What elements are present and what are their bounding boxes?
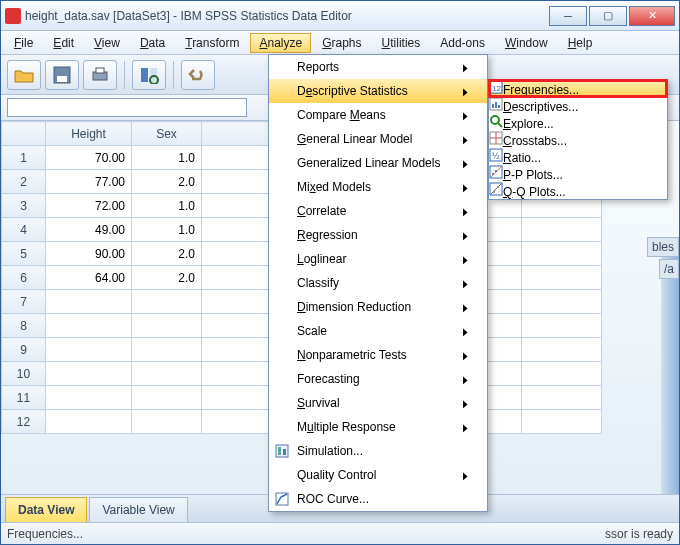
- cell[interactable]: [46, 410, 132, 434]
- analyze-item-generalized-linear-models[interactable]: Generalized Linear Models▶: [269, 151, 487, 175]
- menu-view[interactable]: View: [85, 33, 129, 53]
- cell[interactable]: 2.0: [132, 266, 202, 290]
- submenu-arrow-icon: ▶: [463, 110, 468, 121]
- tab-variable-view[interactable]: Variable View: [89, 497, 187, 522]
- close-button[interactable]: ✕: [629, 6, 675, 26]
- desc-item-frequencies[interactable]: 123Frequencies...: [489, 80, 667, 97]
- analyze-item-scale[interactable]: Scale▶: [269, 319, 487, 343]
- menu-analyze[interactable]: Analyze: [250, 33, 311, 53]
- status-left: Frequencies...: [7, 527, 83, 541]
- row-header[interactable]: 5: [2, 242, 46, 266]
- qq-icon: [489, 185, 503, 199]
- analyze-item-simulation[interactable]: Simulation...: [269, 439, 487, 463]
- desc-item-descriptives[interactable]: Descriptives...: [489, 97, 667, 114]
- analyze-item-general-linear-model[interactable]: General Linear Model▶: [269, 127, 487, 151]
- titlebar[interactable]: height_data.sav [DataSet3] - IBM SPSS St…: [1, 1, 679, 31]
- analyze-item-classify[interactable]: Classify▶: [269, 271, 487, 295]
- cell[interactable]: 1.0: [132, 194, 202, 218]
- row-header[interactable]: 6: [2, 266, 46, 290]
- cell[interactable]: 77.00: [46, 170, 132, 194]
- desc-item-q-q-plots[interactable]: Q-Q Plots...: [489, 182, 667, 199]
- undo-button[interactable]: [181, 60, 215, 90]
- analyze-item-mixed-models[interactable]: Mixed Models▶: [269, 175, 487, 199]
- cell[interactable]: [132, 290, 202, 314]
- svg-rect-1: [57, 76, 67, 82]
- cell[interactable]: [132, 362, 202, 386]
- cell[interactable]: 49.00: [46, 218, 132, 242]
- ratio-icon: ½: [489, 151, 503, 165]
- row-header[interactable]: 3: [2, 194, 46, 218]
- expl-icon: [489, 117, 503, 131]
- submenu-arrow-icon: ▶: [463, 278, 468, 289]
- analyze-item-survival[interactable]: Survival▶: [269, 391, 487, 415]
- column-header-sex[interactable]: Sex: [132, 122, 202, 146]
- analyze-item-nonparametric-tests[interactable]: Nonparametric Tests▶: [269, 343, 487, 367]
- analyze-item-multiple-response[interactable]: Multiple Response▶: [269, 415, 487, 439]
- menu-add-ons[interactable]: Add-ons: [431, 33, 494, 53]
- menu-file[interactable]: File: [5, 33, 42, 53]
- open-file-button[interactable]: [7, 60, 41, 90]
- cell-value-input[interactable]: [7, 98, 247, 117]
- goto-case-button[interactable]: [132, 60, 166, 90]
- menu-data[interactable]: Data: [131, 33, 174, 53]
- cell[interactable]: [46, 290, 132, 314]
- cell[interactable]: 70.00: [46, 146, 132, 170]
- row-header[interactable]: 1: [2, 146, 46, 170]
- desc-item-ratio[interactable]: ½Ratio...: [489, 148, 667, 165]
- svg-rect-7: [276, 445, 288, 457]
- analyze-item-descriptive-statistics[interactable]: Descriptive Statistics▶: [269, 79, 487, 103]
- app-icon: [5, 8, 21, 24]
- row-header[interactable]: 7: [2, 290, 46, 314]
- analyze-item-forecasting[interactable]: Forecasting▶: [269, 367, 487, 391]
- cell[interactable]: 90.00: [46, 242, 132, 266]
- desc-item-crosstabs[interactable]: Crosstabs...: [489, 131, 667, 148]
- row-header[interactable]: 10: [2, 362, 46, 386]
- menubar: FileEditViewDataTransformAnalyzeGraphsUt…: [1, 31, 679, 55]
- submenu-arrow-icon: ▶: [463, 206, 468, 217]
- analyze-item-quality-control[interactable]: Quality Control▶: [269, 463, 487, 487]
- row-header[interactable]: 11: [2, 386, 46, 410]
- cell[interactable]: 1.0: [132, 146, 202, 170]
- analyze-item-roc-curve[interactable]: ROC Curve...: [269, 487, 487, 511]
- cell[interactable]: [132, 410, 202, 434]
- save-button[interactable]: [45, 60, 79, 90]
- status-bar: Frequencies... ssor is ready: [1, 522, 679, 544]
- submenu-arrow-icon: ▶: [463, 326, 468, 337]
- maximize-button[interactable]: ▢: [589, 6, 627, 26]
- cell[interactable]: [46, 314, 132, 338]
- cell[interactable]: 2.0: [132, 242, 202, 266]
- print-button[interactable]: [83, 60, 117, 90]
- cell[interactable]: 72.00: [46, 194, 132, 218]
- menu-transform[interactable]: Transform: [176, 33, 248, 53]
- cell[interactable]: 1.0: [132, 218, 202, 242]
- menu-window[interactable]: Window: [496, 33, 557, 53]
- analyze-item-reports[interactable]: Reports▶: [269, 55, 487, 79]
- cell[interactable]: 2.0: [132, 170, 202, 194]
- analyze-item-regression[interactable]: Regression▶: [269, 223, 487, 247]
- analyze-item-correlate[interactable]: Correlate▶: [269, 199, 487, 223]
- tab-data-view[interactable]: Data View: [5, 497, 87, 522]
- menu-help[interactable]: Help: [559, 33, 602, 53]
- cell[interactable]: [132, 386, 202, 410]
- cell[interactable]: [132, 338, 202, 362]
- row-header[interactable]: 4: [2, 218, 46, 242]
- cell[interactable]: [132, 314, 202, 338]
- row-header[interactable]: 9: [2, 338, 46, 362]
- analyze-item-dimension-reduction[interactable]: Dimension Reduction▶: [269, 295, 487, 319]
- cell[interactable]: 64.00: [46, 266, 132, 290]
- analyze-item-compare-means[interactable]: Compare Means▶: [269, 103, 487, 127]
- menu-utilities[interactable]: Utilities: [373, 33, 430, 53]
- minimize-button[interactable]: ─: [549, 6, 587, 26]
- cell[interactable]: [46, 386, 132, 410]
- column-header-height[interactable]: Height: [46, 122, 132, 146]
- desc-item-p-p-plots[interactable]: P-P Plots...: [489, 165, 667, 182]
- menu-edit[interactable]: Edit: [44, 33, 83, 53]
- row-header[interactable]: 2: [2, 170, 46, 194]
- cell[interactable]: [46, 338, 132, 362]
- analyze-item-loglinear[interactable]: Loglinear▶: [269, 247, 487, 271]
- cell[interactable]: [46, 362, 132, 386]
- desc-item-explore[interactable]: Explore...: [489, 114, 667, 131]
- menu-graphs[interactable]: Graphs: [313, 33, 370, 53]
- row-header[interactable]: 8: [2, 314, 46, 338]
- row-header[interactable]: 12: [2, 410, 46, 434]
